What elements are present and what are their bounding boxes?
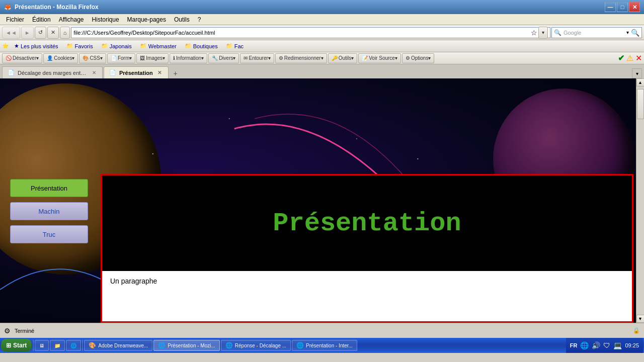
taskbar-quicklaunch-0[interactable]: 🖥 bbox=[35, 340, 49, 351]
space-background: Présentation Machin Truc Présentation Un… bbox=[0, 78, 644, 323]
menu-historique[interactable]: Historique bbox=[88, 15, 123, 24]
scroll-thumb[interactable] bbox=[637, 89, 644, 119]
taskbar-app-firefox-1[interactable]: 🌐 Présentation - Mozi... bbox=[153, 340, 219, 351]
status-lock-icon: 🔒 bbox=[633, 327, 640, 334]
system-clock: 09:25 bbox=[625, 342, 639, 348]
nav-link-machin[interactable]: Machin bbox=[10, 202, 88, 220]
devbtn-images[interactable]: 🖼 Images▾ bbox=[136, 53, 169, 63]
tab-presentation[interactable]: 📄 Présentation ✕ bbox=[104, 66, 169, 78]
menu-outils[interactable]: Outils bbox=[170, 15, 194, 24]
tab-icon-1: 📄 bbox=[109, 69, 116, 76]
forward-button[interactable]: ► bbox=[21, 27, 34, 39]
tab-scroll-btn[interactable]: ▾ bbox=[632, 68, 642, 78]
bookmark-icon-4: 📁 bbox=[185, 43, 192, 49]
dev-toolbar: 🚫 Désactiver▾ 👤 Cookies▾ 🎨 CSS▾ 📄 Form▾ … bbox=[0, 52, 644, 64]
bookmarks-bar: ⭐ ★ Les plus visités 📁 Favoris 📁 Japonai… bbox=[0, 40, 644, 52]
address-bar[interactable]: file:///C:/Users/Geoffrey/Desktop/Sitepo… bbox=[71, 27, 550, 38]
bookmark-japonais[interactable]: 📁 Japonais bbox=[98, 42, 135, 50]
tray-icon-volume: 🔊 bbox=[592, 341, 600, 349]
devbtn-voirsource[interactable]: 📝 Voir Source▾ bbox=[358, 53, 401, 63]
bookmark-icon-0: ★ bbox=[14, 43, 19, 49]
maximize-button[interactable]: □ bbox=[617, 2, 628, 12]
taskbar-quicklaunch-2[interactable]: 🌐 bbox=[66, 340, 81, 351]
menu-affichage[interactable]: Affichage bbox=[55, 15, 88, 24]
devbtn-redimensionner[interactable]: ⚙ Redimensionner▾ bbox=[275, 53, 327, 63]
tray-icon-network: 🌐 bbox=[580, 341, 589, 349]
back-button[interactable]: ◄◄ bbox=[2, 27, 20, 39]
tab-icon-0: 📄 bbox=[8, 69, 15, 76]
taskbar-quicklaunch-1[interactable]: 📁 bbox=[50, 340, 65, 351]
star-icon[interactable]: ☆ bbox=[531, 29, 537, 37]
devbtn-form[interactable]: 📄 Form▾ bbox=[107, 53, 135, 63]
bookmark-icon-1: 📁 bbox=[66, 43, 73, 49]
close-button[interactable]: ✕ bbox=[629, 2, 640, 12]
scroll-up-button[interactable]: ▲ bbox=[636, 78, 645, 86]
taskbar-system-tray: FR 🌐 🔊 🛡 💻 09:25 bbox=[566, 338, 643, 353]
page-content-area: Présentation Machin Truc Présentation Un… bbox=[0, 174, 636, 323]
scroll-down-button[interactable]: ▼ bbox=[636, 315, 645, 323]
devbtn-divers[interactable]: 🔧 Divers▾ bbox=[208, 53, 239, 63]
nav-link-presentation[interactable]: Présentation bbox=[10, 179, 88, 197]
tab-close-0[interactable]: ✕ bbox=[91, 69, 97, 76]
devbtn-options[interactable]: ⚙ Options▾ bbox=[402, 53, 434, 63]
bookmark-boutiques[interactable]: 📁 Boutiques bbox=[182, 42, 221, 50]
search-submit-icon[interactable]: 🔍 bbox=[631, 29, 639, 37]
main-content-box: Présentation Un paragraphe bbox=[101, 174, 633, 323]
window-title: Présentation - Mozilla Firefox bbox=[15, 4, 99, 11]
tab-label-0: Décalage des marges entre navigate... bbox=[18, 70, 88, 76]
title-bar: 🦊 Présentation - Mozilla Firefox — □ ✕ bbox=[0, 0, 644, 14]
nav-link-truc[interactable]: Truc bbox=[10, 225, 88, 243]
paragraph-text: Un paragraphe bbox=[110, 277, 624, 285]
quicklaunch-icon-2: 🌐 bbox=[70, 343, 76, 348]
bookmark-icon-5: 📁 bbox=[226, 43, 233, 49]
search-engine-icon: 🔍 bbox=[554, 29, 561, 36]
devbtn-css[interactable]: 🎨 CSS▾ bbox=[79, 53, 106, 63]
menu-help[interactable]: ? bbox=[194, 15, 205, 24]
search-dropdown[interactable]: ▾ bbox=[626, 30, 629, 35]
menu-edition[interactable]: Édition bbox=[28, 15, 55, 24]
tray-icon-battery: 💻 bbox=[613, 341, 622, 349]
stop-button[interactable]: ✕ bbox=[47, 27, 59, 39]
app-icon-firefox-3: 🌐 bbox=[296, 342, 304, 349]
taskbar-app-firefox-3[interactable]: 🌐 Présentation - Inter... bbox=[292, 340, 357, 351]
bookmark-les-plus-visites[interactable]: ★ Les plus visités bbox=[11, 42, 61, 50]
status-bar: ⚙ Terminé 🔒 bbox=[0, 323, 644, 338]
tab-label-1: Présentation bbox=[119, 70, 153, 76]
bookmark-fac[interactable]: 📁 Fac bbox=[223, 42, 247, 50]
devbtn-entourer[interactable]: ✉ Entourer▾ bbox=[240, 53, 274, 63]
minimize-button[interactable]: — bbox=[605, 2, 616, 12]
app-icon-dreamweaver: 🎨 bbox=[89, 342, 96, 349]
start-button[interactable]: ⊞ Start bbox=[1, 339, 32, 352]
menu-fichier[interactable]: Fichier bbox=[2, 15, 28, 24]
taskbar-app-dreamweaver[interactable]: 🎨 Adobe Dreamweave... bbox=[84, 340, 152, 351]
bookmark-webmaster[interactable]: 📁 Webmaster bbox=[137, 42, 180, 50]
quicklaunch-icon-0: 🖥 bbox=[39, 343, 44, 348]
content-body: Un paragraphe bbox=[102, 271, 632, 321]
tray-icon-security: 🛡 bbox=[603, 341, 610, 349]
search-engine-label: Google bbox=[564, 30, 581, 36]
bookmarks-star-icon: ⭐ bbox=[2, 43, 9, 49]
devbtn-information[interactable]: ℹ Information▾ bbox=[170, 53, 207, 63]
scroll-track[interactable] bbox=[636, 86, 644, 315]
svg-point-4 bbox=[229, 118, 230, 119]
bookmark-favoris[interactable]: 📁 Favoris bbox=[63, 42, 96, 50]
tab-decalage[interactable]: 📄 Décalage des marges entre navigate... … bbox=[2, 66, 103, 78]
content-title: Présentation bbox=[273, 209, 461, 238]
home-button[interactable]: ⌂ bbox=[60, 27, 70, 39]
tab-scroll: ▾ bbox=[632, 68, 642, 78]
devbtn-cookies[interactable]: 👤 Cookies▾ bbox=[43, 53, 78, 63]
star-dropdown[interactable]: ▾ bbox=[538, 27, 548, 39]
tab-bar: 📄 Décalage des marges entre navigate... … bbox=[0, 64, 644, 78]
menu-marquepages[interactable]: Marque-pages bbox=[123, 15, 170, 24]
devbtn-outils[interactable]: 🔑 Outils▾ bbox=[328, 53, 358, 63]
nav-bar: ◄◄ ► ↺ ✕ ⌂ file:///C:/Users/Geoffrey/Des… bbox=[0, 25, 644, 40]
reload-button[interactable]: ↺ bbox=[35, 27, 46, 39]
menu-bar: Fichier Édition Affichage Historique Mar… bbox=[0, 14, 644, 25]
tab-close-1[interactable]: ✕ bbox=[156, 69, 163, 76]
devbtn-desactiver[interactable]: 🚫 Désactiver▾ bbox=[2, 53, 42, 63]
status-right: 🔒 bbox=[633, 327, 640, 334]
app-icon-firefox-2: 🌐 bbox=[225, 342, 233, 349]
app-icon-firefox-1: 🌐 bbox=[158, 342, 166, 349]
tab-add-button[interactable]: + bbox=[170, 68, 182, 78]
taskbar-app-firefox-2[interactable]: 🌐 Réponse - Décalage ... bbox=[221, 340, 291, 351]
